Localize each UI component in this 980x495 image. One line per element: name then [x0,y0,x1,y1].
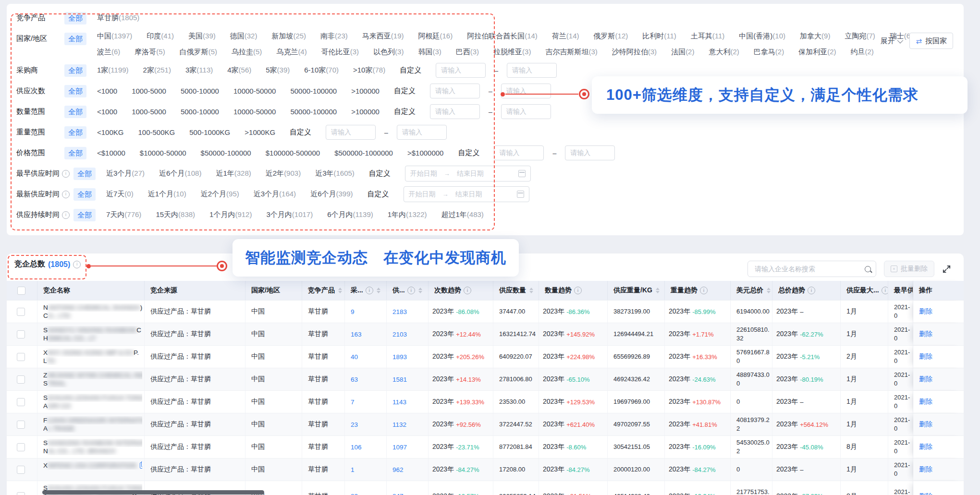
buyers-count-link[interactable]: 7 [351,398,355,406]
filter-option[interactable]: 超过1年(483) [441,210,483,219]
custom-range-input[interactable]: 请输入 [501,84,551,98]
row-checkbox[interactable] [17,375,25,384]
column-header-6[interactable]: 供...i [387,281,429,300]
filter-option[interactable]: 1000-5000 [132,108,166,116]
filter-option[interactable]: 3家(113) [185,66,213,75]
country-option[interactable]: 约旦(2) [851,48,874,57]
buyers-count-link[interactable]: 163 [351,331,362,338]
sort-icon[interactable] [338,288,342,293]
custom-range-input[interactable]: 请输入 [326,125,376,140]
filter-option[interactable]: 1个月内(912) [209,210,252,219]
buyers-count-link[interactable]: 1 [351,466,355,473]
filter-option[interactable]: 6-10家(70) [304,66,339,75]
custom-range-input[interactable]: 请输入 [501,104,551,119]
filter-option[interactable]: 近6个月(399) [310,190,353,199]
batch-delete-button[interactable]: × 批量删除 [884,261,934,277]
country-option[interactable]: 以色列(3) [373,48,404,57]
custom-range-input[interactable]: 请输入 [494,145,544,160]
supply-count-link[interactable]: 1143 [392,398,406,406]
filter-all-tag[interactable]: 全部 [64,147,86,159]
country-option[interactable]: 立陶宛(7) [845,32,875,41]
country-option[interactable]: 南非(23) [320,32,348,41]
supply-count-link[interactable]: 847 [392,493,404,495]
filter-option[interactable]: 4家(56) [227,66,251,75]
supply-count-link[interactable]: 2103 [392,331,407,338]
filter-option[interactable]: 1家(1199) [97,66,129,75]
sort-icon[interactable] [767,288,771,293]
filter-option[interactable]: 5家(39) [266,66,290,75]
filter-option[interactable]: >$1000000 [407,149,444,157]
custom-range-input[interactable]: 请输入 [507,63,557,78]
row-checkbox[interactable] [17,287,25,295]
custom-label[interactable]: 自定义 [368,190,389,199]
country-option[interactable]: 乌克兰(4) [276,48,306,57]
search-icon[interactable] [865,266,871,272]
filter-all-tag[interactable]: 全部 [74,168,96,180]
filter-option[interactable]: 近3个月(27) [106,169,145,178]
filter-option[interactable]: 7天内(776) [106,210,141,219]
filter-option[interactable]: 5000-10000 [181,87,219,95]
filter-all-tag[interactable]: 全部 [74,188,96,201]
custom-range-input[interactable]: 请输入 [397,125,447,140]
horizontal-scrollbar[interactable] [42,490,264,495]
country-option[interactable]: 美国(39) [188,32,216,41]
info-icon[interactable]: i [73,261,81,268]
filter-all-tag[interactable]: 全部 [74,209,96,221]
country-option[interactable]: 比利时(11) [642,32,676,41]
country-option[interactable]: 波兰(6) [97,48,120,57]
country-option[interactable]: 韩国(3) [418,48,441,57]
column-header-8[interactable]: 供应数量 [493,281,539,300]
custom-range-input[interactable]: 请输入 [430,104,480,119]
filter-option[interactable]: 5000-10000 [181,108,219,116]
buyers-count-link[interactable]: 23 [351,421,358,428]
info-icon[interactable]: i [574,287,582,294]
sort-icon[interactable] [418,288,422,293]
delete-link[interactable]: 删除 [919,352,932,361]
filter-all-tag[interactable]: 全部 [64,64,86,77]
filter-option[interactable]: >10家(78) [353,66,385,75]
info-icon[interactable]: i [700,287,708,294]
filter-option[interactable]: 近7天(0) [106,190,134,199]
supply-count-link[interactable]: 1581 [392,376,407,383]
column-header-10[interactable]: 供应重量/KG [608,281,665,300]
filter-all-tag[interactable]: 全部 [64,85,86,97]
custom-range-input[interactable]: 请输入 [430,84,480,98]
filter-option[interactable]: 1年内(1322) [388,210,427,219]
fullscreen-icon[interactable] [942,265,951,274]
info-icon[interactable]: i [464,287,471,294]
filter-option[interactable]: 6个月内(1139) [327,210,373,219]
filter-option[interactable]: 近1年(328) [216,169,251,178]
row-checkbox[interactable] [17,466,25,474]
supply-count-link[interactable]: 1097 [392,444,407,451]
custom-label[interactable]: 自定义 [394,86,416,96]
info-icon[interactable]: i [366,287,373,294]
filter-all-tag[interactable]: 全部 [64,33,86,45]
row-checkbox[interactable] [17,443,25,451]
country-option[interactable]: 荷兰(14) [552,32,579,41]
filter-option[interactable]: 近6个月(108) [159,169,201,178]
filter-option[interactable]: 近1个月(10) [148,190,186,199]
filter-option[interactable]: 近2年(903) [266,169,301,178]
filter-all-tag[interactable]: 全部 [64,126,86,139]
supply-count-link[interactable]: 2183 [392,308,407,315]
country-option[interactable]: 保加利亚(2) [798,48,836,57]
custom-label[interactable]: 自定义 [369,169,391,178]
filter-option[interactable]: >100000 [351,108,380,116]
filter-all-tag[interactable]: 全部 [64,12,86,24]
country-option[interactable]: 阿根廷(16) [418,32,453,41]
filter-option[interactable]: 近3个月(164) [254,190,296,199]
country-option[interactable]: 沙特阿拉伯(3) [612,48,657,57]
sort-icon[interactable] [529,288,533,293]
filter-option[interactable]: 50000-100000 [290,108,337,116]
country-option[interactable]: 马来西亚(19) [362,32,404,41]
delete-link[interactable]: 删除 [919,420,932,429]
calendar-icon[interactable] [518,170,526,177]
custom-range-input[interactable]: 请输入 [565,145,615,160]
custom-label[interactable]: 自定义 [400,66,421,75]
filter-option[interactable]: $100000-500000 [266,149,320,157]
supply-count-link[interactable]: 962 [392,466,404,473]
info-icon[interactable]: i [808,287,815,294]
filter-option[interactable]: <1000 [97,87,117,95]
country-option[interactable]: 新加坡(25) [271,32,306,41]
country-option[interactable]: 印度(41) [147,32,174,41]
